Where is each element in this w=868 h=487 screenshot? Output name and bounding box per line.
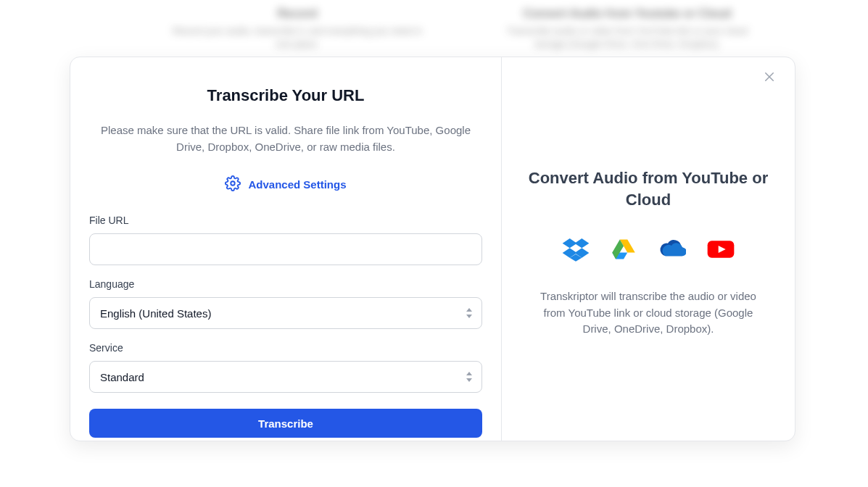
modal-left-pane: Transcribe Your URL Please make sure tha… [70,57,502,441]
youtube-icon [706,235,735,264]
gear-icon [225,175,241,193]
close-button[interactable] [763,70,779,86]
language-select[interactable]: English (United States) [89,297,482,329]
service-label: Service [89,342,482,354]
advanced-settings-link[interactable]: Advanced Settings [225,175,346,193]
right-title: Convert Audio from YouTube or Cloud [524,167,773,210]
bg-card-record-sub: Record your audio, transcribe it, and ev… [167,25,428,51]
bg-card-cloud-title: Convert Audio from Youtube or Cloud [493,7,761,20]
bg-card-cloud-sub: Transcribe audio or video from YouTube l… [493,25,761,51]
google-drive-icon [611,236,637,262]
onedrive-icon [657,235,686,264]
svg-point-0 [231,181,236,186]
modal-description: Please make sure that the URL is valid. … [89,122,482,155]
bg-card-record-title: Record [167,7,428,20]
right-description: Transkriptor will transcribe the audio o… [524,288,773,338]
transcribe-button[interactable]: Transcribe [89,409,482,438]
dropbox-icon [561,235,590,264]
modal-right-pane: Convert Audio from YouTube or Cloud [502,57,795,441]
advanced-settings-label: Advanced Settings [248,178,346,191]
modal-title: Transcribe Your URL [89,86,482,105]
language-label: Language [89,278,482,290]
file-url-label: File URL [89,215,482,226]
service-select[interactable]: Standard [89,361,482,393]
transcribe-url-modal: Transcribe Your URL Please make sure tha… [70,57,795,441]
file-url-input[interactable] [89,233,482,265]
cloud-service-icons [561,235,735,264]
